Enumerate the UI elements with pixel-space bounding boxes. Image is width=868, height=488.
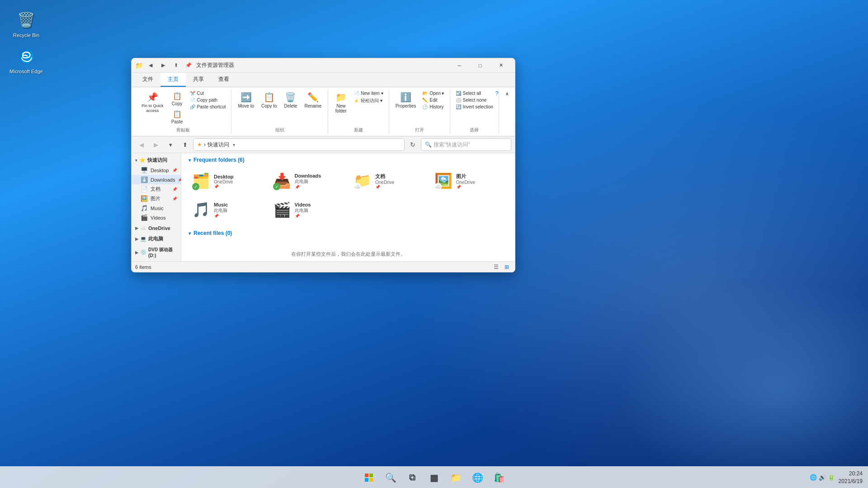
sidebar-item-pictures[interactable]: 🖼️ 图片 📌 — [132, 194, 181, 203]
new-col: 📄 New item ▾ ⚡ 轻松访问 ▾ — [352, 90, 385, 105]
title-forward-btn[interactable]: ▶ — [158, 61, 168, 70]
copy-path-button[interactable]: 📄 Copy path — [188, 97, 228, 103]
search-box[interactable]: 🔍 搜索"快速访问" — [421, 138, 511, 151]
title-back-btn[interactable]: ◀ — [146, 61, 156, 70]
tab-view[interactable]: 查看 — [211, 73, 236, 87]
edit-button[interactable]: ✏️ Edit — [420, 97, 446, 103]
ribbon-collapse-button[interactable]: ∧ — [502, 89, 511, 98]
sidebar-item-music[interactable]: 🎵 Music — [132, 203, 181, 213]
quick-access-header[interactable]: ▾ ⭐ 快速访问 — [132, 155, 181, 165]
systray[interactable]: 🌐 🔊 🔋 — [810, 474, 835, 481]
pin-quick-access-button[interactable]: 📌 Pin to Quickaccess — [139, 90, 166, 115]
paste-shortcut-button[interactable]: 🔗 Paste shortcut — [188, 103, 228, 110]
select-none-icon: ⬜ — [456, 98, 461, 103]
desktop-icon-recycle-bin[interactable]: 🗑️ Recycle Bin — [8, 9, 44, 38]
tab-home[interactable]: 主页 — [160, 73, 186, 87]
history-label: History — [429, 104, 443, 109]
videos-sidebar-icon: 🎬 — [141, 214, 148, 221]
recent-files-header[interactable]: ▾ Recent files (0) — [189, 230, 508, 236]
new-item-button[interactable]: 📄 New item ▾ — [352, 90, 385, 97]
move-label: Move to — [238, 103, 254, 108]
downloads-folder-pin: 📌 — [295, 185, 343, 189]
sidebar-item-docs[interactable]: 📄 文档 📌 — [132, 184, 181, 194]
docs-sidebar-icon: 📄 — [141, 186, 148, 192]
ribbon: 📌 Pin to Quickaccess 📋 Copy 📋 Paste — [132, 87, 515, 136]
move-to-button[interactable]: ➡️ Move to — [235, 90, 257, 110]
title-pin-btn[interactable]: 📌 — [184, 61, 193, 70]
select-col: ☑️ Select all ⬜ Select none 🔄 Invert sel… — [454, 90, 495, 110]
desktop-icon-edge[interactable]: Microsoft Edge — [8, 45, 44, 74]
folder-item-docs[interactable]: 📁 ☁️ 文档 OneDrive 📌 — [350, 169, 427, 194]
rename-button[interactable]: ✏️ Rename — [302, 90, 324, 110]
dvd-header[interactable]: ▶ 💿 DVD 驱动器 (D:) — [132, 245, 181, 260]
properties-button[interactable]: ℹ️ Properties — [393, 90, 419, 110]
open-button[interactable]: 📂 Open ▾ — [420, 90, 446, 97]
cut-label: Cut — [197, 91, 204, 96]
title-bar: 📁 ◀ ▶ ⬆ 📌 文件资源管理器 ─ □ ✕ — [132, 58, 515, 73]
desktop-pin-icon: 📌 — [172, 168, 177, 173]
address-dropdown-button[interactable]: ▾ — [229, 138, 238, 151]
clipboard-col: 📋 Copy 📋 Paste — [168, 90, 186, 126]
sidebar-item-desktop[interactable]: 🖥️ Desktop 📌 — [132, 165, 181, 175]
up-button[interactable]: ⬆ — [179, 138, 191, 151]
properties-icon: ℹ️ — [400, 92, 411, 103]
dvd-chevron-icon: ▶ — [135, 250, 138, 255]
copy-to-button[interactable]: 📋 Copy to — [259, 90, 279, 110]
widgets-button[interactable]: ▦ — [424, 468, 444, 488]
folder-item-downloads[interactable]: 📥 ✓ Downloads 此电脑 📌 — [269, 169, 347, 194]
store-taskbar-button[interactable]: 🛍️ — [489, 468, 509, 488]
title-up-btn[interactable]: ⬆ — [171, 61, 181, 70]
docs-folder-sub: OneDrive — [375, 180, 424, 185]
cut-button[interactable]: ✂️ Cut — [188, 90, 228, 97]
recent-locations-button[interactable]: ▾ — [164, 138, 177, 151]
list-view-button[interactable]: ☰ — [491, 263, 500, 272]
invert-selection-button[interactable]: 🔄 Invert selection — [454, 103, 495, 110]
paste-button[interactable]: 📋 Paste — [168, 108, 186, 126]
status-bar: 6 items ☰ ⊞ — [132, 261, 515, 272]
onedrive-header[interactable]: ▶ ☁️ OneDrive — [132, 223, 181, 233]
select-all-button[interactable]: ☑️ Select all — [454, 90, 495, 97]
delete-label: Delete — [284, 103, 297, 108]
copy-button[interactable]: 📋 Copy — [168, 90, 186, 108]
close-button[interactable]: ✕ — [491, 58, 511, 73]
folder-item-desktop[interactable]: 🗂️ ✓ Desktop OneDrive 📌 — [189, 169, 266, 194]
paste-shortcut-icon: 🔗 — [190, 104, 195, 109]
taskbar-clock[interactable]: 20:24 2021/6/19 — [839, 470, 863, 485]
edit-icon: ✏️ — [422, 98, 428, 103]
tab-file[interactable]: 文件 — [135, 73, 160, 87]
recycle-bin-label: Recycle Bin — [13, 33, 39, 38]
folder-item-videos[interactable]: 🎬 Videos 此电脑 📌 — [269, 197, 347, 223]
ribbon-group-organize: ➡️ Move to 📋 Copy to 🗑️ Delete ✏️ Rename… — [231, 89, 328, 134]
edge-taskbar-button[interactable]: 🌐 — [467, 468, 487, 488]
delete-icon: 🗑️ — [285, 92, 296, 103]
frequent-folders-header[interactable]: ▾ Frequent folders (6) — [189, 157, 508, 163]
search-taskbar-button[interactable]: 🔍 — [381, 468, 401, 488]
history-button[interactable]: 🕐 History — [420, 103, 446, 110]
downloads-folder-icon-wrap: 📥 ✓ — [273, 172, 291, 190]
refresh-button[interactable]: ↻ — [406, 138, 419, 151]
folder-item-pictures[interactable]: 🖼️ ☁️ 图片 OneDrive 📌 — [431, 169, 508, 194]
grid-view-button[interactable]: ⊞ — [502, 263, 511, 272]
file-explorer-taskbar-button[interactable]: 📁 — [446, 468, 466, 488]
help-button[interactable]: ? — [492, 89, 501, 98]
ribbon-group-open: ℹ️ Properties 📂 Open ▾ ✏️ Edit 🕐 History — [389, 89, 450, 134]
quick-access-label: 快速访问 — [147, 157, 167, 164]
sidebar-item-downloads[interactable]: ⬇️ Downloads 📌 — [132, 175, 181, 184]
forward-button[interactable]: ▶ — [150, 138, 162, 151]
address-path[interactable]: ★ › 快速访问 ▾ — [193, 138, 405, 151]
back-button[interactable]: ◀ — [135, 138, 148, 151]
folder-item-music[interactable]: 🎵 Music 此电脑 📌 — [189, 197, 266, 223]
maximize-button[interactable]: □ — [470, 58, 491, 73]
task-view-button[interactable]: ⧉ — [402, 468, 422, 488]
sidebar-item-videos[interactable]: 🎬 Videos — [132, 213, 181, 222]
minimize-button[interactable]: ─ — [449, 58, 470, 73]
tab-share[interactable]: 共享 — [186, 73, 211, 87]
properties-label: Properties — [396, 103, 416, 108]
start-button[interactable] — [359, 468, 379, 488]
easy-access-button[interactable]: ⚡ 轻松访问 ▾ — [352, 97, 385, 105]
new-folder-button[interactable]: 📁 Newfolder — [332, 90, 350, 115]
select-none-button[interactable]: ⬜ Select none — [454, 97, 495, 103]
delete-button[interactable]: 🗑️ Delete — [282, 90, 300, 110]
desktop-folder-pin: 📌 — [214, 184, 262, 189]
thispc-header[interactable]: ▶ 💻 此电脑 — [132, 234, 181, 244]
